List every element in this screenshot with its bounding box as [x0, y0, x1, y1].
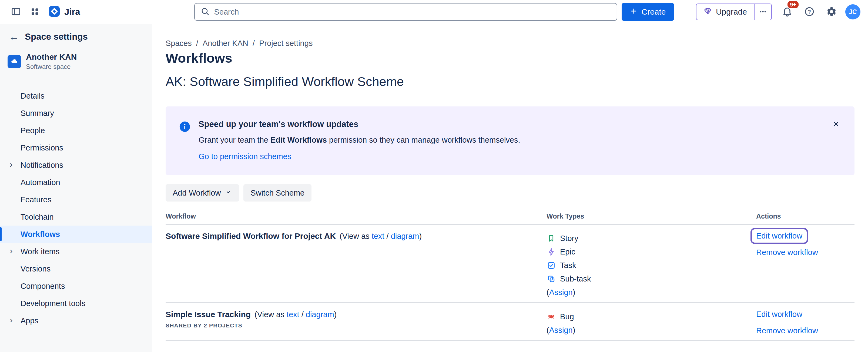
search-input[interactable] — [214, 7, 611, 17]
epic-icon — [547, 247, 556, 256]
help-button[interactable]: ? — [801, 3, 818, 20]
sidebar-item-notifications[interactable]: ›Notifications — [0, 156, 152, 174]
view-as-diagram-link[interactable]: diagram — [306, 310, 334, 319]
breadcrumb-separator: / — [253, 39, 255, 48]
search-icon — [200, 6, 210, 17]
workflows-page: Spaces / Another KAN / Project settings … — [152, 24, 868, 352]
view-as-diagram-link[interactable]: diagram — [391, 232, 419, 241]
work-types-cell: Story Epic Task — [547, 231, 756, 299]
view-as: (View as text / diagram) — [254, 310, 337, 319]
user-avatar[interactable]: JC — [845, 4, 861, 20]
breadcrumb: Spaces / Another KAN / Project settings — [165, 38, 855, 49]
jira-home-link[interactable]: Jira — [48, 5, 80, 19]
assign-line: (Assign) — [547, 286, 756, 299]
workflow-name: Software Simplified Workflow for Project… — [165, 231, 336, 241]
sidebar-item-people[interactable]: People — [0, 122, 152, 139]
back-arrow-icon: ← — [9, 31, 19, 42]
workflow-scheme-title: AK: Software Simplified Workflow Scheme — [165, 74, 855, 89]
sidebar-item-components[interactable]: Components — [0, 278, 152, 295]
workflow-cell: Software Simplified Workflow for Project… — [165, 231, 547, 299]
space-type: Software space — [26, 63, 77, 70]
app-name: Jira — [64, 7, 80, 17]
breadcrumb-project-settings[interactable]: Project settings — [259, 39, 313, 48]
app-switcher-button[interactable] — [27, 3, 43, 20]
permission-schemes-link[interactable]: Go to permission schemes — [198, 152, 291, 161]
close-icon — [832, 120, 840, 129]
sidebar-title: Space settings — [25, 32, 88, 42]
upgrade-button[interactable]: Upgrade — [696, 4, 754, 20]
space-avatar-icon — [7, 55, 21, 68]
remove-workflow-link[interactable]: Remove workflow — [756, 326, 855, 335]
breadcrumb-another-kan[interactable]: Another KAN — [203, 39, 248, 48]
more-icon — [758, 7, 768, 17]
topbar-center-group: Create — [194, 3, 674, 21]
back-button[interactable]: ← — [9, 32, 19, 42]
sidebar-item-automation[interactable]: Automation — [0, 174, 152, 191]
sidebar-menu: Details Summary People Permissions ›Noti… — [0, 87, 152, 329]
add-workflow-button[interactable]: Add Workflow — [165, 184, 239, 201]
work-types-cell: Bug (Assign) — [547, 310, 756, 337]
work-type-bug: Bug — [547, 310, 756, 323]
help-icon: ? — [804, 6, 815, 18]
upgrade-button-group: Upgrade — [696, 3, 772, 20]
assign-link[interactable]: Assign — [549, 326, 573, 335]
work-type-task: Task — [547, 259, 756, 272]
more-options-button[interactable] — [754, 4, 771, 20]
sidebar-item-summary[interactable]: Summary — [0, 104, 152, 122]
settings-button[interactable] — [823, 3, 840, 20]
work-type-subtask: Sub-task — [547, 272, 756, 286]
space-name: Another KAN — [26, 53, 77, 62]
edit-workflow-link[interactable]: Edit workflow — [752, 229, 807, 243]
sidebar-toggle-button[interactable] — [7, 3, 24, 20]
edit-workflow-link[interactable]: Edit workflow — [756, 310, 802, 319]
global-search[interactable] — [194, 3, 617, 21]
workflow-toolbar: Add Workflow Switch Scheme — [165, 184, 855, 201]
table-row: Simple Issue Tracking(View as text / dia… — [165, 303, 855, 341]
notification-badge: 9+ — [787, 0, 799, 9]
banner-title: Speed up your team's workflow updates — [198, 119, 822, 129]
chevron-right-icon[interactable]: › — [10, 159, 13, 169]
work-type-story: Story — [547, 231, 756, 245]
work-type-epic: Epic — [547, 245, 756, 259]
remove-workflow-link[interactable]: Remove workflow — [756, 248, 855, 257]
header-actions: Actions — [756, 212, 855, 220]
notifications-wrap: 9+ — [779, 3, 796, 20]
sidebar-item-work-items[interactable]: ›Work items — [0, 243, 152, 260]
banner-close-button[interactable] — [829, 117, 843, 131]
workflow-cell: Simple Issue Tracking(View as text / dia… — [165, 310, 547, 337]
chevron-right-icon[interactable]: › — [10, 246, 13, 256]
workflow-updates-banner: Speed up your team's workflow updates Gr… — [165, 106, 855, 175]
actions-cell: Edit workflow Remove workflow — [756, 231, 855, 299]
sidebar-item-details[interactable]: Details — [0, 87, 152, 104]
workflows-table: Workflow Work Types Actions Software Sim… — [165, 212, 855, 341]
topbar-left-group: Jira — [7, 3, 80, 20]
sidebar-item-versions[interactable]: Versions — [0, 260, 152, 278]
switch-scheme-button[interactable]: Switch Scheme — [243, 184, 311, 201]
sidebar-item-permissions[interactable]: Permissions — [0, 139, 152, 156]
task-icon — [547, 261, 556, 270]
bug-icon — [547, 312, 556, 321]
chevron-right-icon[interactable]: › — [10, 315, 13, 325]
svg-text:?: ? — [808, 9, 811, 14]
sidebar-item-workflows[interactable]: Workflows — [0, 226, 152, 243]
sidebar-item-toolchain[interactable]: Toolchain — [0, 208, 152, 226]
sidebar-item-development-tools[interactable]: Development tools — [0, 295, 152, 312]
assign-line: (Assign) — [547, 323, 756, 337]
topbar-right-group: Upgrade 9+ — [696, 3, 861, 20]
sidebar-item-apps[interactable]: ›Apps — [0, 312, 152, 329]
workflow-name: Simple Issue Tracking — [165, 310, 251, 319]
space-identity: Another KAN Software space — [0, 53, 152, 70]
chevron-down-icon — [224, 188, 232, 198]
banner-body: Grant your team the Edit Workflows permi… — [198, 136, 822, 145]
top-navigation-bar: Jira Create — [0, 0, 868, 24]
view-as-text-link[interactable]: text — [287, 310, 299, 319]
plus-icon — [629, 7, 638, 17]
view-as-text-link[interactable]: text — [372, 232, 384, 241]
assign-link[interactable]: Assign — [549, 288, 573, 297]
space-settings-sidebar: ← Space settings Another KAN Software sp… — [0, 24, 152, 352]
jira-logo-icon — [48, 5, 61, 19]
sidebar-toggle-icon — [10, 6, 21, 18]
sidebar-item-features[interactable]: Features — [0, 191, 152, 208]
create-button[interactable]: Create — [621, 3, 674, 21]
breadcrumb-spaces[interactable]: Spaces — [165, 39, 192, 48]
